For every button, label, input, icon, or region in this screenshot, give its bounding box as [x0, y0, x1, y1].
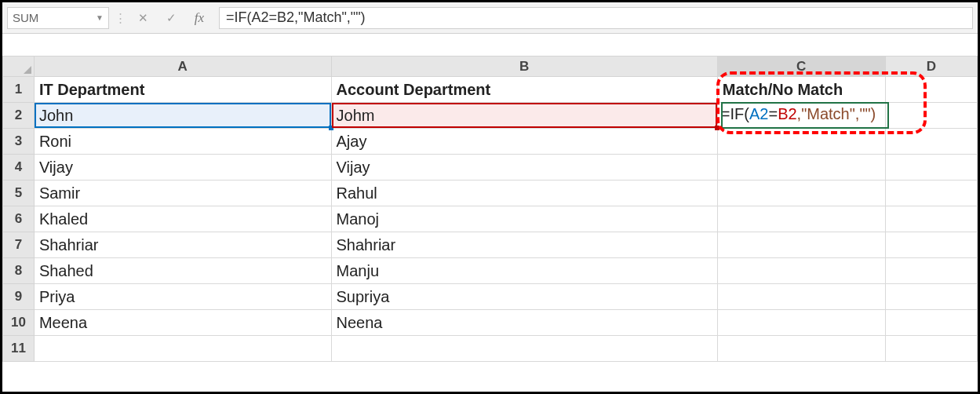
- row-header[interactable]: 2: [3, 103, 35, 129]
- cell-B5[interactable]: Rahul: [331, 181, 717, 206]
- cell-B4[interactable]: Vijay: [331, 155, 717, 181]
- row-header[interactable]: 5: [3, 181, 35, 206]
- col-header-B[interactable]: B: [331, 57, 717, 77]
- table-row: 1 IT Department Account Department Match…: [3, 77, 978, 103]
- cell-A6[interactable]: Khaled: [34, 206, 331, 232]
- row-header[interactable]: 10: [3, 310, 35, 336]
- cell-C2[interactable]: =IF(A2=B2,"Match",""): [717, 103, 885, 129]
- cell-B1[interactable]: Account Department: [331, 77, 717, 103]
- row-header[interactable]: 7: [3, 232, 35, 258]
- table-row: 5SamirRahul: [3, 181, 978, 206]
- col-header-C[interactable]: C: [717, 57, 885, 77]
- table-row: 4VijayVijay: [3, 155, 978, 181]
- cell-D7[interactable]: [885, 232, 977, 258]
- cell-C6[interactable]: [717, 206, 885, 232]
- row-header[interactable]: 9: [3, 284, 35, 310]
- formula-input[interactable]: =IF(A2=B2,"Match",""): [219, 7, 973, 29]
- row-header[interactable]: 6: [3, 206, 35, 232]
- cell-D6[interactable]: [885, 206, 977, 232]
- enter-icon[interactable]: ✓: [159, 7, 183, 29]
- cell-A9[interactable]: Priya: [34, 284, 331, 310]
- cell-D11[interactable]: [885, 336, 977, 362]
- cell-C10[interactable]: [717, 310, 885, 336]
- cell-C11[interactable]: [717, 336, 885, 362]
- cell-C1[interactable]: Match/No Match: [717, 77, 885, 103]
- table-row: 9PriyaSupriya: [3, 284, 978, 310]
- cell-C9[interactable]: [717, 284, 885, 310]
- cell-D5[interactable]: [885, 181, 977, 206]
- cell-D9[interactable]: [885, 284, 977, 310]
- cell-A7[interactable]: Shahriar: [34, 232, 331, 258]
- table-row: 8ShahedManju: [3, 258, 978, 284]
- cell-D4[interactable]: [885, 155, 977, 181]
- cell-A11[interactable]: [34, 336, 331, 362]
- table-row: 6KhaledManoj: [3, 206, 978, 232]
- cell-B11[interactable]: [331, 336, 717, 362]
- formula-text: =IF(A2=B2,"Match",""): [226, 9, 366, 26]
- cell-B7[interactable]: Shahriar: [331, 232, 717, 258]
- fx-icon[interactable]: fx: [188, 7, 211, 29]
- cell-B10[interactable]: Neena: [331, 310, 717, 336]
- row-header[interactable]: 1: [3, 77, 35, 103]
- cell-B2[interactable]: Johm: [331, 103, 717, 129]
- table-row: 10MeenaNeena: [3, 310, 978, 336]
- cell-C5[interactable]: [717, 181, 885, 206]
- chevron-down-icon: ▼: [96, 13, 104, 22]
- col-header-D[interactable]: D: [885, 57, 977, 77]
- col-header-A[interactable]: A: [34, 57, 331, 77]
- cell-B8[interactable]: Manju: [331, 258, 717, 284]
- cell-D8[interactable]: [885, 258, 977, 284]
- separator: ⋮: [114, 11, 126, 25]
- name-box[interactable]: SUM ▼: [7, 7, 109, 29]
- cell-C7[interactable]: [717, 232, 885, 258]
- cell-A1[interactable]: IT Department: [34, 77, 331, 103]
- cell-A5[interactable]: Samir: [34, 181, 331, 206]
- row-header[interactable]: 8: [3, 258, 35, 284]
- row-header[interactable]: 11: [3, 336, 35, 362]
- cell-A8[interactable]: Shahed: [34, 258, 331, 284]
- table-row: 3RoniAjay: [3, 129, 978, 155]
- cell-A10[interactable]: Meena: [34, 310, 331, 336]
- grid: A B C D 1 IT Department Account Departme…: [2, 56, 978, 362]
- cell-B9[interactable]: Supriya: [331, 284, 717, 310]
- name-box-value: SUM: [13, 11, 38, 24]
- table-row: 11: [3, 336, 978, 362]
- formula-bar: SUM ▼ ⋮ ✕ ✓ fx =IF(A2=B2,"Match",""): [2, 2, 978, 34]
- cell-A2[interactable]: John: [34, 103, 331, 129]
- cancel-icon[interactable]: ✕: [131, 7, 155, 29]
- select-all-corner[interactable]: [3, 57, 35, 77]
- worksheet[interactable]: A B C D 1 IT Department Account Departme…: [2, 34, 978, 362]
- row-header[interactable]: 3: [3, 129, 35, 155]
- cell-A4[interactable]: Vijay: [34, 155, 331, 181]
- cell-B3[interactable]: Ajay: [331, 129, 717, 155]
- table-row: 7ShahriarShahriar: [3, 232, 978, 258]
- cell-C4[interactable]: [717, 155, 885, 181]
- row-header[interactable]: 4: [3, 155, 35, 181]
- table-row: 2 John Johm =IF(A2=B2,"Match",""): [3, 103, 978, 129]
- cell-D10[interactable]: [885, 310, 977, 336]
- cell-D2[interactable]: [885, 103, 977, 129]
- cell-C3[interactable]: [717, 129, 885, 155]
- cell-D1[interactable]: [885, 77, 977, 103]
- cell-C8[interactable]: [717, 258, 885, 284]
- cell-A3[interactable]: Roni: [34, 129, 331, 155]
- cell-D3[interactable]: [885, 129, 977, 155]
- cell-B6[interactable]: Manoj: [331, 206, 717, 232]
